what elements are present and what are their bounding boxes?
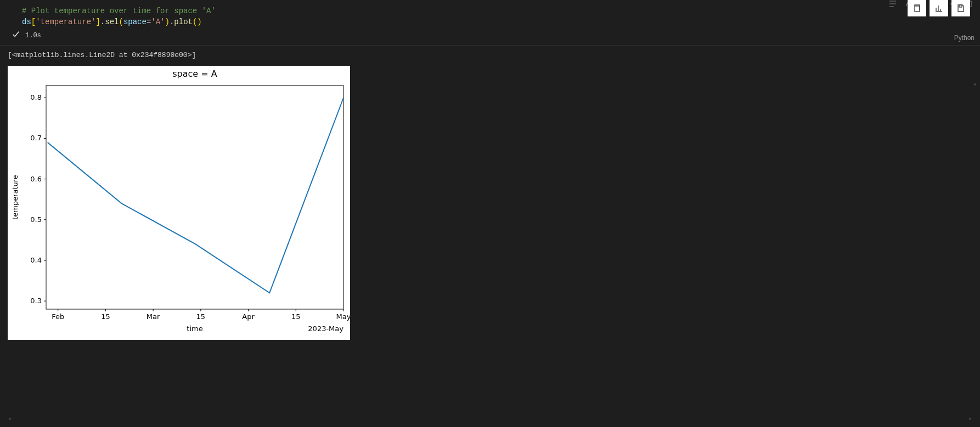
scroll-right-arrow[interactable]: ▸	[968, 415, 972, 422]
svg-text:time: time	[187, 324, 202, 333]
horizontal-scrollbar[interactable]: ◂ ▸	[8, 413, 972, 424]
cell-output: [<matplotlib.lines.Line2D at 0x234f8890e…	[0, 45, 980, 348]
svg-text:0.3: 0.3	[30, 297, 42, 305]
plot-viewer-button[interactable]	[930, 0, 948, 16]
copy-output-button[interactable]	[908, 0, 926, 16]
svg-text:0.8: 0.8	[30, 93, 42, 101]
svg-text:15: 15	[101, 312, 110, 321]
execution-status: 1.0s	[12, 31, 980, 45]
svg-text:space = A: space = A	[172, 69, 217, 79]
svg-text:0.4: 0.4	[30, 256, 42, 264]
svg-rect-36	[959, 5, 962, 7]
code-editor[interactable]: # Plot temperature over time for space '…	[22, 0, 980, 31]
svg-text:Mar: Mar	[147, 312, 160, 321]
execution-time: 1.0s	[25, 32, 41, 39]
output-figure: space = A0.30.40.50.60.70.8temperatureFe…	[8, 66, 350, 340]
save-output-button[interactable]	[951, 0, 970, 16]
code-cell: # Plot temperature over time for space '…	[0, 0, 980, 45]
scroll-up-arrow[interactable]: ▴	[973, 80, 977, 87]
success-check-icon	[12, 31, 20, 41]
scroll-left-arrow[interactable]: ◂	[8, 415, 12, 422]
svg-text:15: 15	[291, 312, 301, 321]
output-repr: [<matplotlib.lines.Line2D at 0x234f8890e…	[8, 51, 980, 59]
svg-text:0.6: 0.6	[30, 175, 42, 183]
svg-text:15: 15	[196, 312, 206, 321]
svg-text:temperature: temperature	[11, 175, 19, 220]
svg-text:Apr: Apr	[242, 312, 255, 321]
svg-rect-35	[915, 6, 920, 12]
svg-text:0.7: 0.7	[30, 134, 42, 142]
svg-text:May: May	[336, 312, 350, 321]
svg-text:0.5: 0.5	[30, 215, 42, 224]
matplotlib-plot: space = A0.30.40.50.60.70.8temperatureFe…	[8, 66, 350, 340]
svg-rect-4	[46, 86, 343, 309]
cell-language-label[interactable]: Python	[954, 34, 975, 42]
output-toolbar	[908, 0, 970, 16]
svg-text:2023-May: 2023-May	[308, 324, 343, 333]
svg-text:Feb: Feb	[52, 312, 64, 321]
